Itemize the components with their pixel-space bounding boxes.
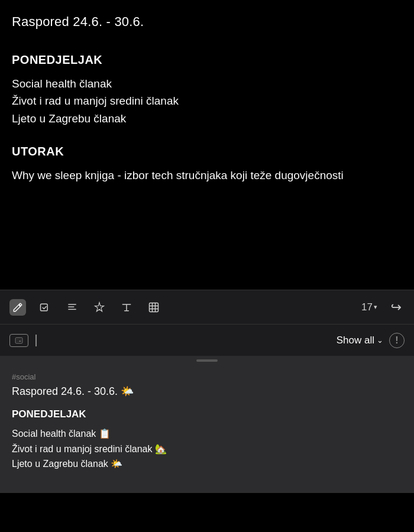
font-size-chevron: ▾: [374, 303, 377, 311]
formatting-toolbar: 17 ▾ ↩: [0, 290, 414, 324]
preview-items: Social health članak 📋 Život i rad u man…: [12, 426, 402, 472]
toolbar-left-group: [9, 299, 162, 316]
day-header-tuesday: UTORAK: [12, 145, 402, 158]
day-header-monday: PONEDJELJAK: [12, 53, 402, 67]
svg-rect-0: [41, 304, 48, 311]
list-item: Ljeto u Zagrebu članak: [12, 110, 402, 127]
table-icon[interactable]: [145, 299, 162, 316]
keyboard-area: [9, 334, 37, 347]
preview-list-item: Ljeto u Zagrebu članak 🌤️: [12, 456, 402, 472]
ai-sparkle-icon[interactable]: [91, 299, 108, 316]
pencil-icon[interactable]: [9, 299, 26, 316]
preview-list-item: Social health članak 📋: [12, 426, 402, 442]
svg-rect-9: [15, 338, 22, 343]
tuesday-items: Why we sleep knjiga - izbor tech stručnj…: [12, 167, 402, 184]
monday-items: Social health članak Život i rad u manjo…: [12, 75, 402, 127]
undo-button[interactable]: ↩: [388, 299, 405, 316]
text-align-icon[interactable]: [64, 299, 80, 316]
preview-title: Raspored 24.6. - 30.6. 🌤️: [12, 385, 402, 398]
preview-day-header: PONEDJELJAK: [12, 408, 402, 420]
show-all-button[interactable]: Show all ⌄: [337, 335, 383, 346]
info-button[interactable]: !: [389, 333, 405, 348]
editor-area: Raspored 24.6. - 30.6. PONEDJELJAK Socia…: [0, 0, 414, 290]
list-item: Život i rad u manjoj sredini članak: [12, 92, 402, 109]
font-size-value: 17: [361, 301, 373, 313]
show-all-area: Show all ⌄ !: [337, 333, 405, 348]
show-all-chevron: ⌄: [377, 336, 383, 345]
preview-list-item: Život i rad u manjoj sredini članak 🏡: [12, 442, 402, 457]
list-item: Why we sleep knjiga - izbor tech stručnj…: [12, 167, 402, 184]
preview-panel: #social Raspored 24.6. - 30.6. 🌤️ PONEDJ…: [0, 363, 414, 493]
checklist-icon[interactable]: [37, 299, 53, 316]
doc-title: Raspored 24.6. - 30.6.: [12, 14, 402, 30]
bottom-bar: Show all ⌄ !: [0, 324, 414, 356]
preview-tag: #social: [12, 372, 402, 381]
drag-pill: [196, 359, 218, 362]
toolbar-right-group: 17 ▾ ↩: [361, 299, 405, 316]
text-format-icon[interactable]: [118, 299, 135, 316]
show-all-label: Show all: [337, 335, 374, 346]
font-size-picker[interactable]: 17 ▾: [361, 301, 377, 313]
keyboard-icon[interactable]: [9, 334, 28, 347]
svg-rect-4: [150, 303, 159, 312]
drag-handle-area[interactable]: [0, 356, 414, 363]
cursor-indicator: [35, 335, 37, 346]
list-item: Social health članak: [12, 75, 402, 92]
